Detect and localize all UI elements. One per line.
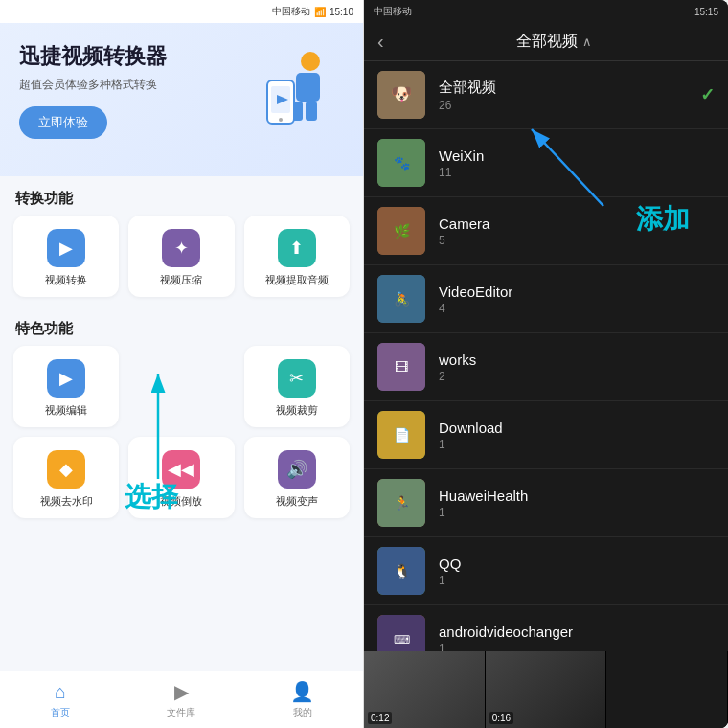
- status-bar-right: 中国移动 15:15: [364, 0, 728, 23]
- folder-name-weixin: WeiXin: [439, 148, 715, 164]
- time-right: 15:15: [694, 7, 718, 17]
- files-icon: ▶: [174, 680, 189, 703]
- folder-thumb-huaweihealth: 🏃: [377, 479, 425, 527]
- top-bar-right: ‹ 全部视频 ∧: [364, 23, 728, 61]
- func-video-audio-label: 视频提取音频: [265, 273, 329, 287]
- folder-count-videoeditor: 4: [439, 302, 715, 315]
- folder-thumb-works: 🎞: [377, 343, 425, 391]
- bottom-nav: ⌂ 首页 ▶ 文件库 👤 我的: [0, 671, 363, 728]
- folder-name-camera: Camera: [439, 216, 715, 232]
- folder-item-androidvideochanger[interactable]: ⌨ androidvideochanger 1: [364, 605, 728, 651]
- folder-thumb-androidvideochanger: ⌨: [377, 615, 425, 651]
- svg-text:🎞: 🎞: [395, 359, 408, 375]
- folder-thumb-download: 📄: [377, 411, 425, 459]
- svg-text:🏃: 🏃: [394, 495, 411, 512]
- nav-files[interactable]: ▶ 文件库: [121, 671, 241, 728]
- status-bar-left: 中国移动 📶 15:10: [0, 0, 363, 23]
- folder-item-all-videos[interactable]: 🐶 全部视频 26 ✓: [364, 61, 728, 129]
- banner-illustration: [239, 33, 353, 148]
- svg-text:🐧: 🐧: [394, 563, 411, 580]
- nav-home-label: 首页: [51, 706, 70, 719]
- func-video-edit[interactable]: ▶ 视频编辑: [13, 346, 119, 427]
- banner: 迅捷视频转换器 超值会员体验多种格式转换 立即体验: [0, 23, 363, 176]
- func-video-reverse[interactable]: ◀◀ 视频倒放: [128, 437, 234, 518]
- func-video-convert[interactable]: ▶ 视频转换: [13, 216, 119, 297]
- svg-text:🚴: 🚴: [394, 291, 411, 307]
- folder-count-qq: 1: [439, 574, 715, 587]
- strip-thumb-2: 0:16: [486, 651, 607, 728]
- folder-name-download: Download: [439, 420, 715, 436]
- strip-time-1: 0:12: [368, 712, 392, 724]
- time-left: 15:10: [330, 7, 353, 17]
- func-video-compress-label: 视频压缩: [160, 273, 202, 287]
- folder-info-camera: Camera 5: [439, 216, 715, 247]
- top-bar-title: 全部视频 ∧: [394, 32, 715, 52]
- strip-thumb-3: [606, 651, 728, 728]
- empty-slot: [128, 346, 234, 427]
- folder-name-qq: QQ: [439, 556, 715, 572]
- profile-icon: 👤: [290, 680, 314, 703]
- folder-info-download: Download 1: [439, 420, 715, 451]
- folder-name-huaweihealth: HuaweiHealth: [439, 488, 715, 504]
- svg-text:🐾: 🐾: [394, 155, 411, 171]
- folder-info-weixin: WeiXin 11: [439, 148, 715, 179]
- svg-rect-3: [306, 102, 317, 121]
- func-video-reverse-label: 视频倒放: [160, 494, 202, 509]
- folder-list[interactable]: 🐶 全部视频 26 ✓ 🐾 WeiXin 11 🌿 Camera 5: [364, 61, 728, 651]
- folder-item-works[interactable]: 🎞 works 2: [364, 333, 728, 401]
- video-reverse-icon: ◀◀: [162, 450, 200, 489]
- folder-name-all: 全部视频: [439, 79, 700, 97]
- conversion-section-title: 转换功能: [0, 176, 363, 216]
- func-video-crop-label: 视频裁剪: [276, 403, 318, 418]
- nav-home[interactable]: ⌂ 首页: [0, 671, 121, 728]
- right-panel: 中国移动 15:15 ‹ 全部视频 ∧ 🐶 全部视频 26 ✓ 🐾 W: [364, 0, 728, 728]
- home-icon: ⌂: [55, 681, 66, 703]
- svg-rect-1: [296, 73, 320, 102]
- folder-thumb-camera: 🌿: [377, 207, 425, 255]
- folder-thumb-weixin: 🐾: [377, 139, 425, 187]
- func-video-edit-label: 视频编辑: [45, 403, 87, 418]
- func-video-watermark-label: 视频去水印: [40, 494, 93, 509]
- svg-point-0: [301, 52, 320, 71]
- folder-info-androidvideochanger: androidvideochanger 1: [439, 624, 715, 652]
- carrier-right: 中国移动: [374, 5, 412, 18]
- folder-item-weixin[interactable]: 🐾 WeiXin 11: [364, 129, 728, 197]
- func-video-voice[interactable]: 🔊 视频变声: [244, 437, 350, 518]
- folder-info-qq: QQ 1: [439, 556, 715, 587]
- func-video-audio[interactable]: ⬆ 视频提取音频: [244, 216, 350, 297]
- folder-info-all: 全部视频 26: [439, 79, 700, 112]
- folder-count-all: 26: [439, 99, 700, 112]
- bottom-strip: 0:12 0:16: [364, 651, 728, 728]
- chevron-down-icon: ∧: [582, 34, 592, 49]
- folder-info-huaweihealth: HuaweiHealth 1: [439, 488, 715, 519]
- nav-profile-label: 我的: [293, 706, 312, 719]
- func-video-voice-label: 视频变声: [276, 494, 318, 509]
- nav-profile[interactable]: 👤 我的: [242, 671, 363, 728]
- folder-count-works: 2: [439, 370, 715, 383]
- folder-item-qq[interactable]: 🐧 QQ 1: [364, 537, 728, 605]
- video-compress-icon: ✦: [162, 229, 200, 267]
- func-video-crop[interactable]: ✂ 视频裁剪: [244, 346, 350, 427]
- func-video-compress[interactable]: ✦ 视频压缩: [128, 216, 234, 297]
- folder-count-download: 1: [439, 438, 715, 451]
- video-crop-icon: ✂: [278, 359, 316, 398]
- svg-text:📄: 📄: [394, 427, 411, 444]
- video-edit-icon: ▶: [47, 359, 85, 398]
- video-convert-icon: ▶: [47, 229, 85, 267]
- try-now-button[interactable]: 立即体验: [19, 106, 107, 139]
- selected-check-icon: ✓: [700, 84, 715, 105]
- feature-section-title: 特色功能: [0, 307, 363, 346]
- folder-thumb-videoeditor: 🚴: [377, 275, 425, 323]
- folder-count-huaweihealth: 1: [439, 506, 715, 519]
- folder-item-camera[interactable]: 🌿 Camera 5: [364, 197, 728, 265]
- svg-text:🌿: 🌿: [394, 223, 411, 239]
- folder-item-download[interactable]: 📄 Download 1: [364, 401, 728, 469]
- func-video-watermark[interactable]: ◆ 视频去水印: [13, 437, 119, 518]
- folder-count-weixin: 11: [439, 166, 715, 179]
- folder-item-huaweihealth[interactable]: 🏃 HuaweiHealth 1: [364, 469, 728, 537]
- folder-item-videoeditor[interactable]: 🚴 VideoEditor 4: [364, 265, 728, 333]
- back-button[interactable]: ‹: [377, 31, 384, 53]
- folder-thumb-all: 🐶: [377, 71, 425, 119]
- folder-name-videoeditor: VideoEditor: [439, 284, 715, 300]
- strip-time-2: 0:16: [489, 712, 513, 724]
